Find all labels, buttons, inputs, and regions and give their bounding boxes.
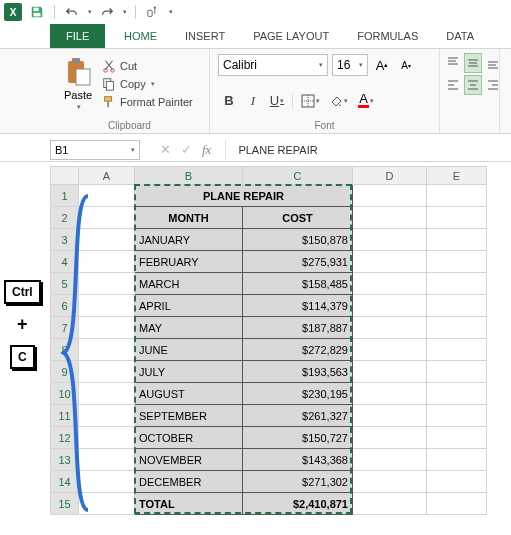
tab-file[interactable]: FILE (50, 24, 105, 48)
underline-button[interactable]: U▾ (266, 90, 288, 112)
cell-C9[interactable]: $193,563 (243, 361, 353, 383)
cell-A8[interactable] (79, 339, 135, 361)
cell-B12[interactable]: OCTOBER (135, 427, 243, 449)
cell-A5[interactable] (79, 273, 135, 295)
cell-C13[interactable]: $143,368 (243, 449, 353, 471)
cell-E1[interactable] (427, 185, 487, 207)
row-header-2[interactable]: 2 (51, 207, 79, 229)
cell-E14[interactable] (427, 471, 487, 493)
copy-button[interactable]: Copy▾ (102, 77, 193, 91)
cell-E2[interactable] (427, 207, 487, 229)
enter-formula-icon[interactable]: ✓ (181, 142, 192, 157)
undo-icon[interactable] (63, 3, 81, 21)
cell-C11[interactable]: $261,327 (243, 405, 353, 427)
tab-home[interactable]: HOME (110, 24, 171, 48)
cell-E3[interactable] (427, 229, 487, 251)
redo-icon[interactable] (98, 3, 116, 21)
paste-button[interactable]: Paste ▾ (58, 53, 98, 115)
decrease-font-icon[interactable]: A▾ (396, 54, 416, 76)
cell-D1[interactable] (353, 185, 427, 207)
align-center-icon[interactable] (464, 75, 482, 95)
cell-E5[interactable] (427, 273, 487, 295)
cut-button[interactable]: Cut (102, 59, 193, 73)
cell-B8[interactable]: JUNE (135, 339, 243, 361)
cell-D5[interactable] (353, 273, 427, 295)
redo-dropdown-icon[interactable]: ▾ (123, 8, 127, 16)
cell-B1[interactable]: PLANE REPAIR (135, 185, 353, 207)
formula-input[interactable]: PLANE REPAIR (225, 140, 317, 160)
row-header-15[interactable]: 15 (51, 493, 79, 515)
cell-E12[interactable] (427, 427, 487, 449)
cell-E6[interactable] (427, 295, 487, 317)
cell-D9[interactable] (353, 361, 427, 383)
cell-B14[interactable]: DECEMBER (135, 471, 243, 493)
italic-button[interactable]: I (242, 90, 264, 112)
cell-D12[interactable] (353, 427, 427, 449)
col-header-C[interactable]: C (243, 167, 353, 185)
cell-C15[interactable]: $2,410,871 (243, 493, 353, 515)
cell-E7[interactable] (427, 317, 487, 339)
tab-page-layout[interactable]: PAGE LAYOUT (239, 24, 343, 48)
tab-formulas[interactable]: FORMULAS (343, 24, 432, 48)
tab-data[interactable]: DATA (432, 24, 488, 48)
cell-A6[interactable] (79, 295, 135, 317)
name-box[interactable]: B1▾ (50, 140, 140, 160)
cell-D4[interactable] (353, 251, 427, 273)
row-header-12[interactable]: 12 (51, 427, 79, 449)
cell-B4[interactable]: FEBRUARY (135, 251, 243, 273)
cell-C2[interactable]: COST (243, 207, 353, 229)
row-header-8[interactable]: 8 (51, 339, 79, 361)
cell-A10[interactable] (79, 383, 135, 405)
cell-A1[interactable] (79, 185, 135, 207)
cell-A2[interactable] (79, 207, 135, 229)
cell-B11[interactable]: SEPTEMBER (135, 405, 243, 427)
cell-E10[interactable] (427, 383, 487, 405)
cell-C10[interactable]: $230,195 (243, 383, 353, 405)
align-left-icon[interactable] (444, 75, 462, 95)
row-header-1[interactable]: 1 (51, 185, 79, 207)
cell-E15[interactable] (427, 493, 487, 515)
bold-button[interactable]: B (218, 90, 240, 112)
row-header-9[interactable]: 9 (51, 361, 79, 383)
cell-E11[interactable] (427, 405, 487, 427)
cell-E9[interactable] (427, 361, 487, 383)
borders-button[interactable]: ▾ (297, 90, 323, 112)
row-header-7[interactable]: 7 (51, 317, 79, 339)
fx-icon[interactable]: fx (202, 142, 211, 158)
row-header-10[interactable]: 10 (51, 383, 79, 405)
cell-B9[interactable]: JULY (135, 361, 243, 383)
row-header-5[interactable]: 5 (51, 273, 79, 295)
cell-A4[interactable] (79, 251, 135, 273)
row-header-14[interactable]: 14 (51, 471, 79, 493)
cell-E4[interactable] (427, 251, 487, 273)
cell-C5[interactable]: $158,485 (243, 273, 353, 295)
cell-A13[interactable] (79, 449, 135, 471)
row-header-3[interactable]: 3 (51, 229, 79, 251)
align-bottom-icon[interactable] (484, 53, 502, 73)
spreadsheet-grid[interactable]: ABCDE1PLANE REPAIR2MONTHCOST3JANUARY$150… (50, 166, 487, 515)
cell-A9[interactable] (79, 361, 135, 383)
cell-D7[interactable] (353, 317, 427, 339)
row-header-6[interactable]: 6 (51, 295, 79, 317)
cell-D10[interactable] (353, 383, 427, 405)
cell-C6[interactable]: $114,379 (243, 295, 353, 317)
font-size-select[interactable]: 16▾ (332, 54, 368, 76)
cell-C3[interactable]: $150,878 (243, 229, 353, 251)
col-header-B[interactable]: B (135, 167, 243, 185)
cell-C12[interactable]: $150,727 (243, 427, 353, 449)
paste-dropdown-icon[interactable]: ▾ (77, 103, 81, 111)
cell-D14[interactable] (353, 471, 427, 493)
cell-A12[interactable] (79, 427, 135, 449)
increase-font-icon[interactable]: A▴ (372, 54, 392, 76)
cell-B3[interactable]: JANUARY (135, 229, 243, 251)
cell-D13[interactable] (353, 449, 427, 471)
cell-D8[interactable] (353, 339, 427, 361)
cell-A15[interactable] (79, 493, 135, 515)
fill-color-button[interactable]: ▾ (325, 90, 351, 112)
cell-A14[interactable] (79, 471, 135, 493)
cell-B13[interactable]: NOVEMBER (135, 449, 243, 471)
col-header-A[interactable]: A (79, 167, 135, 185)
row-header-11[interactable]: 11 (51, 405, 79, 427)
cell-D15[interactable] (353, 493, 427, 515)
cell-D3[interactable] (353, 229, 427, 251)
